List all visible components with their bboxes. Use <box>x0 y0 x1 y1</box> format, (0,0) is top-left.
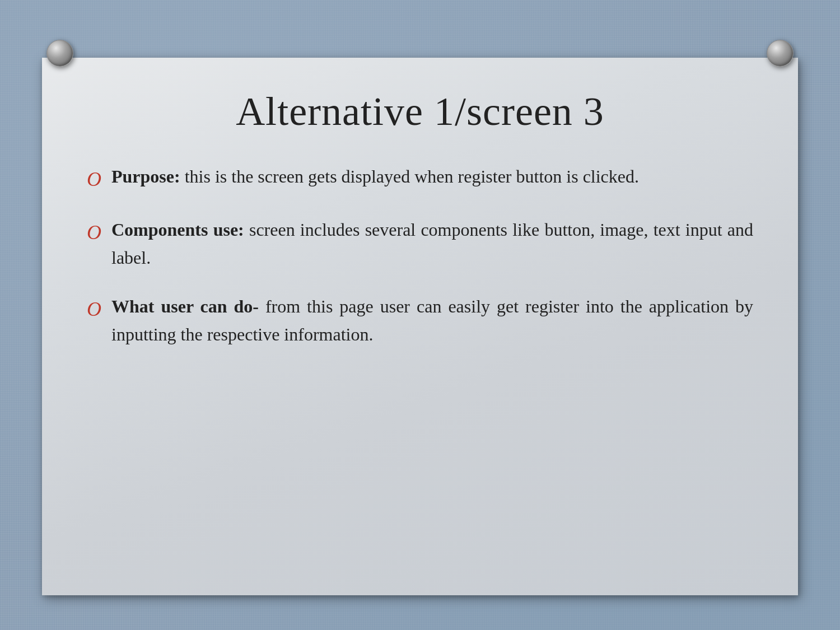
bullet-list: O Purpose: this is the screen gets displ… <box>87 163 753 349</box>
bullet-marker-1: O <box>87 164 101 195</box>
bullet-body-1: this is the screen gets displayed when r… <box>180 166 639 186</box>
bullet-label-3: What user can do- <box>111 296 259 316</box>
slide: Alternative 1/screen 3 O Purpose: this i… <box>42 58 798 595</box>
pin-circle-left <box>46 40 73 67</box>
bullet-marker-3: O <box>87 294 101 325</box>
bullet-text-2: Components use: screen includes several … <box>111 216 753 272</box>
slide-title: Alternative 1/screen 3 <box>87 88 753 135</box>
list-item: O Components use: screen includes severa… <box>87 216 753 272</box>
slide-container: Alternative 1/screen 3 O Purpose: this i… <box>42 35 798 595</box>
bullet-marker-2: O <box>87 217 101 249</box>
pin-top-left <box>46 40 73 67</box>
bullet-label-1: Purpose: <box>111 166 180 186</box>
bullet-text-1: Purpose: this is the screen gets display… <box>111 163 753 191</box>
bullet-text-3: What user can do- from this page user ca… <box>111 293 753 348</box>
list-item: O What user can do- from this page user … <box>87 293 753 348</box>
bullet-label-2: Components use: <box>111 220 244 240</box>
list-item: O Purpose: this is the screen gets displ… <box>87 163 753 195</box>
pin-top-right <box>767 40 794 67</box>
pin-circle-right <box>767 40 794 67</box>
